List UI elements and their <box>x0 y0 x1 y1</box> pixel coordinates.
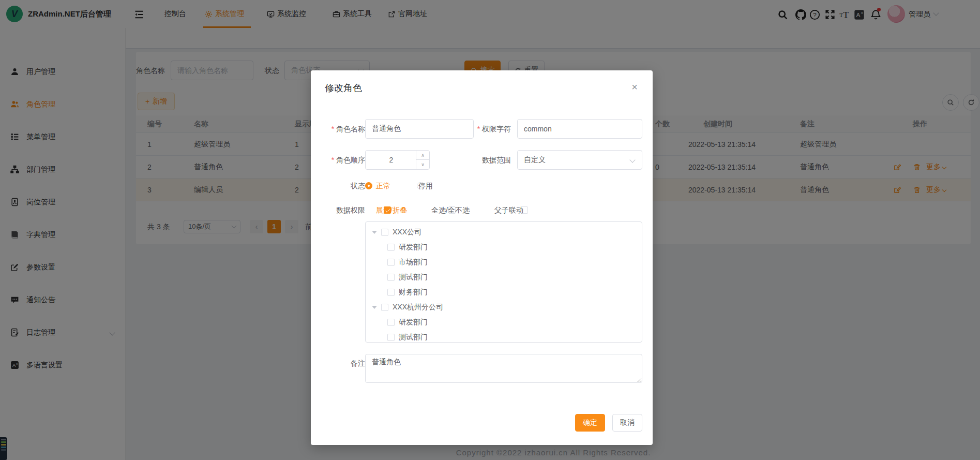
role-order-stepper[interactable]: 2 ∧ ∨ <box>365 150 430 170</box>
data-scope-value: 自定义 <box>524 155 546 165</box>
data-scope-select[interactable]: 自定义 <box>517 150 642 170</box>
cancel-button[interactable]: 取消 <box>612 414 642 432</box>
tree-node-child[interactable]: 财务部门 <box>387 286 428 299</box>
status-normal-label: 正常 <box>376 182 390 191</box>
tree-node-child[interactable]: 研发部门 <box>387 316 428 329</box>
tree-node-parent[interactable]: XXX杭州分公司 <box>372 301 443 314</box>
tree-node-label: XXX杭州分公司 <box>393 303 443 312</box>
status-disabled-label: 停用 <box>418 182 433 191</box>
chevron-down-icon <box>629 157 635 162</box>
tree-node-label: 测试部门 <box>399 333 428 342</box>
role-key-label: 权限字符 <box>467 125 511 134</box>
tree-node-child[interactable]: 市场部门 <box>387 256 428 269</box>
role-order-value: 2 <box>366 151 417 169</box>
tree-node-child[interactable]: 测试部门 <box>387 271 428 284</box>
remark-textarea[interactable]: 普通角色 <box>365 354 642 383</box>
data-scope-label: 数据范围 <box>467 156 511 165</box>
close-icon[interactable]: × <box>628 81 641 93</box>
tree-node-checkbox[interactable] <box>387 244 395 251</box>
tree-node-checkbox[interactable] <box>381 304 388 311</box>
parent-child-link-label: 父子联动 <box>494 206 523 215</box>
tree-node-label: 研发部门 <box>399 318 428 327</box>
data-perm-label: 数据权限 <box>321 206 365 215</box>
status-label: 状态 <box>321 182 365 191</box>
tree-node-checkbox[interactable] <box>387 274 395 281</box>
tree-node-checkbox[interactable] <box>387 259 395 266</box>
tree-expand-caret-icon[interactable] <box>372 231 377 236</box>
select-all-label: 全选/全不选 <box>431 206 470 215</box>
tree-node-child[interactable]: 研发部门 <box>387 241 428 254</box>
tree-node-checkbox[interactable] <box>387 319 395 326</box>
role-name-label: 角色名称 <box>321 125 365 134</box>
tree-node-parent[interactable]: XXX公司 <box>372 226 421 239</box>
tree-node-label: 研发部门 <box>399 243 428 252</box>
remark-label: 备注 <box>321 359 365 368</box>
role-order-label: 角色顺序 <box>321 156 365 165</box>
tree-expand-caret-icon[interactable] <box>372 306 377 311</box>
tree-node-child[interactable]: 测试部门 <box>387 331 428 344</box>
tree-node-label: 市场部门 <box>399 258 428 267</box>
expand-collapse-label: 展开/折叠 <box>376 206 407 215</box>
department-tree: XXX公司 研发部门 市场部门 测试部门 财务部门 XXX杭州分公司 研发部门 <box>365 221 642 343</box>
tree-node-label: 财务部门 <box>399 288 428 297</box>
stepper-up-button[interactable]: ∧ <box>416 151 429 160</box>
tree-node-checkbox[interactable] <box>381 229 388 236</box>
tree-node-label: 测试部门 <box>399 273 428 282</box>
status-radio-normal[interactable] <box>365 182 372 189</box>
dialog-title: 修改角色 <box>325 82 362 94</box>
edit-role-dialog: 修改角色 × 角色名称 权限字符 角色顺序 2 ∧ ∨ 数据范围 自定义 状态 … <box>311 70 653 445</box>
tree-node-checkbox[interactable] <box>387 289 395 296</box>
confirm-button[interactable]: 确定 <box>575 414 605 432</box>
tree-node-label: XXX公司 <box>393 228 421 237</box>
role-name-input[interactable] <box>365 119 474 139</box>
tree-node-checkbox[interactable] <box>387 334 395 341</box>
stepper-down-button[interactable]: ∨ <box>416 160 429 169</box>
role-key-input[interactable] <box>517 119 642 139</box>
